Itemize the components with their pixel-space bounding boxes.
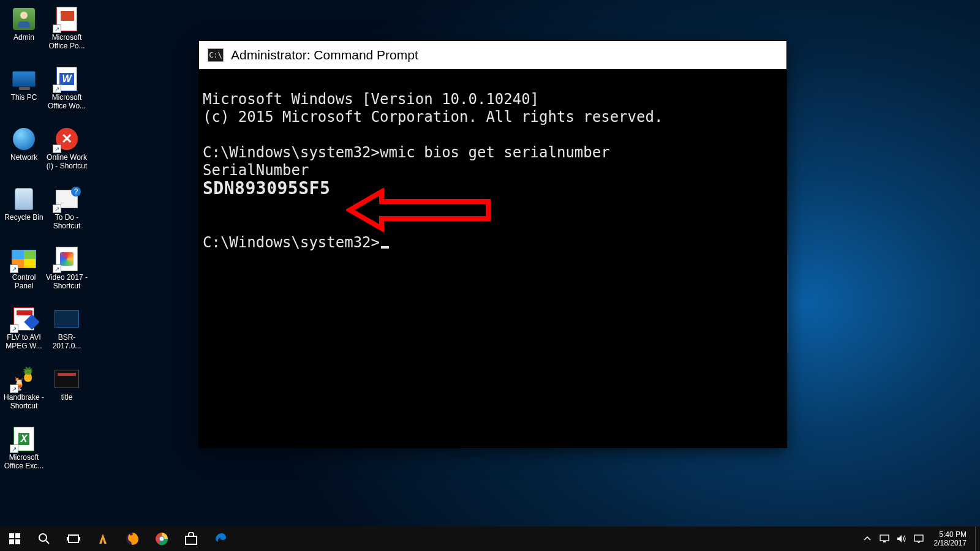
word-icon: W↗ xyxy=(54,66,80,92)
annotation-arrow-icon xyxy=(346,188,493,232)
svg-point-13 xyxy=(160,537,164,541)
cmd-icon: C:\ xyxy=(208,48,224,62)
bin-icon xyxy=(11,186,37,212)
windows-logo-icon xyxy=(9,533,20,544)
cmd-prompt-2: C:\Windows\system32> xyxy=(203,234,380,251)
taskbar-app-winamp[interactable] xyxy=(88,527,118,551)
desktop-icon-flv[interactable]: ↗FLV to AVI MPEG W... xyxy=(2,305,45,364)
net-icon xyxy=(11,126,37,152)
todo-icon: ↗ xyxy=(54,186,80,212)
task-view-button[interactable] xyxy=(59,527,88,551)
tray-overflow-button[interactable] xyxy=(861,535,874,542)
desktop-icon-bsr[interactable]: BSR-2017.0... xyxy=(45,305,88,364)
svg-rect-0 xyxy=(9,533,14,538)
show-desktop-button[interactable] xyxy=(975,527,979,551)
svg-rect-2 xyxy=(9,539,14,544)
desktop-icon-vid[interactable]: ↗Video 2017 - Shortcut xyxy=(45,245,88,304)
cmd-line-version: Microsoft Windows [Version 10.0.10240] xyxy=(203,91,539,108)
shortcut-overlay-icon: ↗ xyxy=(53,264,61,273)
desktop-icon-label: BSR-2017.0... xyxy=(46,333,88,350)
firefox-icon xyxy=(126,532,139,545)
notifications-icon xyxy=(914,534,924,543)
desktop-icon-label: Control Panel xyxy=(3,273,45,290)
svg-rect-15 xyxy=(880,535,889,541)
svg-marker-9 xyxy=(99,534,107,544)
x-icon: ✕↗ xyxy=(54,126,80,152)
taskbar-clock[interactable]: 5:40 PM 2/18/2017 xyxy=(929,530,971,547)
cmd-line-copyright: (c) 2015 Microsoft Corporation. All righ… xyxy=(203,108,663,126)
taskbar-app-store[interactable] xyxy=(176,527,206,551)
desktop-icon-hb[interactable]: ↗Handbrake - Shortcut xyxy=(2,365,45,424)
tray-action-center-button[interactable] xyxy=(912,534,925,543)
desktop-icon-label: FLV to AVI MPEG W... xyxy=(3,333,45,350)
desktop-icon-net[interactable]: Network xyxy=(2,125,45,184)
desktop-icon-ppt[interactable]: ↗Microsoft Office Po... xyxy=(45,5,88,64)
desktop-icon-label: Network xyxy=(10,153,37,162)
desktop-icon-user[interactable]: Admin xyxy=(2,5,45,64)
svg-rect-6 xyxy=(69,535,78,542)
network-icon xyxy=(880,534,889,543)
task-view-icon xyxy=(67,533,80,544)
cmd-prompt-1: C:\Windows\system32> xyxy=(203,144,380,161)
desktop-icon-title[interactable]: title xyxy=(45,365,88,424)
taskbar-app-chrome[interactable] xyxy=(147,527,176,551)
shortcut-overlay-icon: ↗ xyxy=(10,324,18,333)
desktop-icon-label: To Do - Shortcut xyxy=(46,213,88,230)
svg-rect-16 xyxy=(883,541,886,542)
taskbar-app-firefox[interactable] xyxy=(118,527,147,551)
cmd-command: wmic bios get serialnumber xyxy=(380,144,610,161)
search-button[interactable] xyxy=(29,527,59,551)
svg-line-5 xyxy=(46,541,49,544)
desktop-icon-label: Admin xyxy=(13,33,34,42)
desktop-icon-label: Video 2017 - Shortcut xyxy=(46,273,88,290)
command-prompt-window[interactable]: C:\ Administrator: Command Prompt Micros… xyxy=(198,40,787,448)
desktop-icon-cpl[interactable]: ↗Control Panel xyxy=(2,245,45,304)
taskbar-app-edge[interactable] xyxy=(206,527,235,551)
winamp-icon xyxy=(97,533,109,545)
shortcut-overlay-icon: ↗ xyxy=(53,204,61,213)
window-titlebar[interactable]: C:\ Administrator: Command Prompt xyxy=(199,41,786,69)
svg-rect-14 xyxy=(186,536,197,544)
store-icon xyxy=(184,532,198,545)
cpl-icon: ↗ xyxy=(11,246,37,272)
cmd-output-serial: SDN893095SF5 xyxy=(203,178,330,198)
cmd-output-header: SerialNumber xyxy=(203,162,309,179)
shortcut-overlay-icon: ↗ xyxy=(10,384,18,393)
desktop-icon-grid: Admin↗Microsoft Office Po...This PCW↗Mic… xyxy=(2,5,88,484)
desktop-icon-pc[interactable]: This PC xyxy=(2,65,45,124)
svg-rect-1 xyxy=(15,533,20,538)
desktop-icon-label: Microsoft Office Wo... xyxy=(46,93,88,110)
pc-icon xyxy=(11,66,37,92)
desktop-icon-label: Recycle Bin xyxy=(4,213,43,222)
svg-point-4 xyxy=(39,534,47,541)
shortcut-overlay-icon: ↗ xyxy=(10,264,18,273)
desktop-icon-xls[interactable]: X↗Microsoft Office Exc... xyxy=(2,425,45,484)
desktop-icon-word[interactable]: W↗Microsoft Office Wo... xyxy=(45,65,88,124)
svg-marker-17 xyxy=(897,535,902,542)
clock-time: 5:40 PM xyxy=(934,530,967,539)
desktop-icon-x[interactable]: ✕↗Online Work (I) - Shortcut xyxy=(45,125,88,184)
desktop-icon-label: This PC xyxy=(11,93,37,102)
shortcut-overlay-icon: ↗ xyxy=(10,444,18,453)
shortcut-overlay-icon: ↗ xyxy=(53,24,61,33)
terminal-output[interactable]: Microsoft Windows [Version 10.0.10240] (… xyxy=(199,69,786,291)
svg-rect-18 xyxy=(914,535,923,541)
hb-icon: ↗ xyxy=(11,366,37,392)
desktop-icon-bin[interactable]: Recycle Bin xyxy=(2,185,45,244)
shortcut-overlay-icon: ↗ xyxy=(53,84,61,93)
start-button[interactable] xyxy=(0,527,29,551)
tray-network-button[interactable] xyxy=(878,534,891,543)
search-icon xyxy=(38,533,50,545)
taskbar: 5:40 PM 2/18/2017 xyxy=(0,527,980,551)
svg-rect-3 xyxy=(15,539,20,544)
clock-date: 2/18/2017 xyxy=(934,539,967,547)
chrome-icon xyxy=(155,532,168,545)
window-title: Administrator: Command Prompt xyxy=(231,48,418,62)
speaker-icon xyxy=(897,534,907,543)
shortcut-overlay-icon: ↗ xyxy=(53,144,61,153)
edge-icon xyxy=(214,532,227,545)
vid-icon: ↗ xyxy=(54,246,80,272)
desktop-icon-todo[interactable]: ↗To Do - Shortcut xyxy=(45,185,88,244)
desktop-icon-label: title xyxy=(61,393,73,402)
tray-volume-button[interactable] xyxy=(895,534,908,543)
